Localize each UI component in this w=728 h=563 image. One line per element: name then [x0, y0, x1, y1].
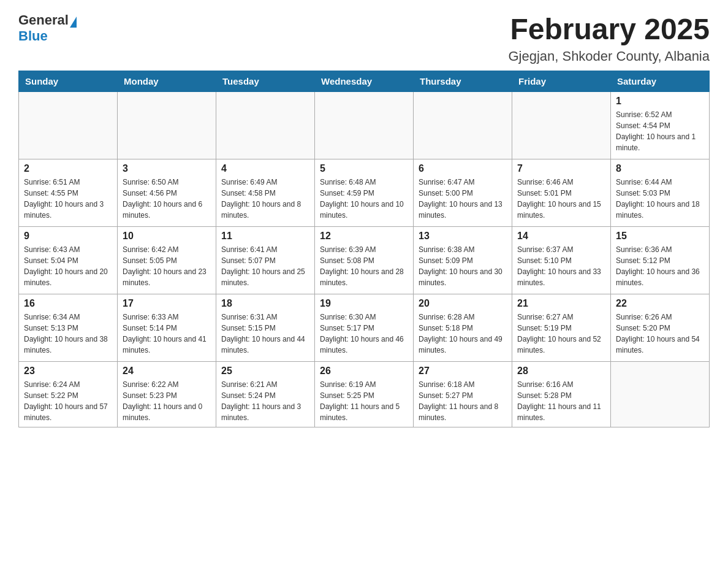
day-number: 8 [616, 163, 704, 174]
day-info: Sunrise: 6:18 AM Sunset: 5:27 PM Dayligh… [419, 379, 507, 423]
calendar-cell: 3Sunrise: 6:50 AM Sunset: 4:56 PM Daylig… [118, 159, 216, 227]
calendar-cell: 4Sunrise: 6:49 AM Sunset: 4:58 PM Daylig… [216, 159, 315, 227]
day-number: 2 [24, 163, 112, 174]
calendar-cell: 21Sunrise: 6:27 AM Sunset: 5:19 PM Dayli… [512, 294, 611, 362]
week-row-4: 16Sunrise: 6:34 AM Sunset: 5:13 PM Dayli… [19, 294, 710, 362]
week-row-5: 23Sunrise: 6:24 AM Sunset: 5:22 PM Dayli… [19, 362, 710, 427]
day-info: Sunrise: 6:22 AM Sunset: 5:23 PM Dayligh… [123, 379, 211, 423]
day-info: Sunrise: 6:19 AM Sunset: 5:25 PM Dayligh… [320, 379, 408, 423]
day-number: 14 [517, 231, 605, 242]
weekday-header-sunday: Sunday [19, 71, 118, 92]
calendar-cell: 18Sunrise: 6:31 AM Sunset: 5:15 PM Dayli… [216, 294, 315, 362]
day-info: Sunrise: 6:21 AM Sunset: 5:24 PM Dayligh… [221, 379, 309, 423]
calendar-cell: 14Sunrise: 6:37 AM Sunset: 5:10 PM Dayli… [512, 227, 611, 294]
calendar-title: February 2025 [508, 12, 710, 46]
day-number: 7 [517, 163, 605, 174]
calendar-cell: 6Sunrise: 6:47 AM Sunset: 5:00 PM Daylig… [414, 159, 512, 227]
day-info: Sunrise: 6:34 AM Sunset: 5:13 PM Dayligh… [24, 312, 112, 356]
day-number: 4 [221, 163, 309, 174]
calendar-cell: 8Sunrise: 6:44 AM Sunset: 5:03 PM Daylig… [611, 159, 710, 227]
day-number: 16 [24, 298, 112, 309]
calendar-cell: 10Sunrise: 6:42 AM Sunset: 5:05 PM Dayli… [118, 227, 216, 294]
day-info: Sunrise: 6:44 AM Sunset: 5:03 PM Dayligh… [616, 177, 704, 221]
calendar-table: SundayMondayTuesdayWednesdayThursdayFrid… [18, 71, 710, 427]
day-info: Sunrise: 6:36 AM Sunset: 5:12 PM Dayligh… [616, 244, 704, 288]
calendar-cell: 25Sunrise: 6:21 AM Sunset: 5:24 PM Dayli… [216, 362, 315, 427]
day-number: 25 [221, 366, 309, 377]
weekday-header-tuesday: Tuesday [216, 71, 315, 92]
weekday-header-row: SundayMondayTuesdayWednesdayThursdayFrid… [19, 71, 710, 92]
calendar-cell: 9Sunrise: 6:43 AM Sunset: 5:04 PM Daylig… [19, 227, 118, 294]
calendar-cell [19, 92, 118, 159]
calendar-cell [216, 92, 315, 159]
logo-triangle-icon [70, 17, 77, 28]
calendar-cell: 17Sunrise: 6:33 AM Sunset: 5:14 PM Dayli… [118, 294, 216, 362]
day-info: Sunrise: 6:46 AM Sunset: 5:01 PM Dayligh… [517, 177, 605, 221]
weekday-header-thursday: Thursday [414, 71, 512, 92]
weekday-header-saturday: Saturday [611, 71, 710, 92]
day-info: Sunrise: 6:27 AM Sunset: 5:19 PM Dayligh… [517, 312, 605, 356]
calendar-cell [315, 92, 414, 159]
logo: General Blue [18, 12, 77, 44]
calendar-cell: 1Sunrise: 6:52 AM Sunset: 4:54 PM Daylig… [611, 92, 710, 159]
calendar-cell: 27Sunrise: 6:18 AM Sunset: 5:27 PM Dayli… [414, 362, 512, 427]
day-info: Sunrise: 6:37 AM Sunset: 5:10 PM Dayligh… [517, 244, 605, 288]
day-number: 24 [123, 366, 211, 377]
calendar-cell [611, 362, 710, 427]
calendar-cell: 12Sunrise: 6:39 AM Sunset: 5:08 PM Dayli… [315, 227, 414, 294]
day-info: Sunrise: 6:43 AM Sunset: 5:04 PM Dayligh… [24, 244, 112, 288]
weekday-header-friday: Friday [512, 71, 611, 92]
day-info: Sunrise: 6:42 AM Sunset: 5:05 PM Dayligh… [123, 244, 211, 288]
calendar-cell: 28Sunrise: 6:16 AM Sunset: 5:28 PM Dayli… [512, 362, 611, 427]
day-number: 10 [123, 231, 211, 242]
calendar-cell: 20Sunrise: 6:28 AM Sunset: 5:18 PM Dayli… [414, 294, 512, 362]
weekday-header-wednesday: Wednesday [315, 71, 414, 92]
day-number: 27 [419, 366, 507, 377]
day-info: Sunrise: 6:50 AM Sunset: 4:56 PM Dayligh… [123, 177, 211, 221]
title-area: February 2025 Gjegjan, Shkoder County, A… [508, 12, 710, 64]
day-number: 5 [320, 163, 408, 174]
day-number: 3 [123, 163, 211, 174]
calendar-cell: 23Sunrise: 6:24 AM Sunset: 5:22 PM Dayli… [19, 362, 118, 427]
calendar-cell: 13Sunrise: 6:38 AM Sunset: 5:09 PM Dayli… [414, 227, 512, 294]
day-number: 19 [320, 298, 408, 309]
day-number: 1 [616, 96, 704, 107]
day-info: Sunrise: 6:28 AM Sunset: 5:18 PM Dayligh… [419, 312, 507, 356]
calendar-subtitle: Gjegjan, Shkoder County, Albania [508, 48, 710, 64]
week-row-2: 2Sunrise: 6:51 AM Sunset: 4:55 PM Daylig… [19, 159, 710, 227]
calendar-cell: 19Sunrise: 6:30 AM Sunset: 5:17 PM Dayli… [315, 294, 414, 362]
day-number: 9 [24, 231, 112, 242]
week-row-3: 9Sunrise: 6:43 AM Sunset: 5:04 PM Daylig… [19, 227, 710, 294]
calendar-cell: 24Sunrise: 6:22 AM Sunset: 5:23 PM Dayli… [118, 362, 216, 427]
day-info: Sunrise: 6:39 AM Sunset: 5:08 PM Dayligh… [320, 244, 408, 288]
day-number: 11 [221, 231, 309, 242]
day-info: Sunrise: 6:33 AM Sunset: 5:14 PM Dayligh… [123, 312, 211, 356]
calendar-cell: 26Sunrise: 6:19 AM Sunset: 5:25 PM Dayli… [315, 362, 414, 427]
day-number: 12 [320, 231, 408, 242]
calendar-cell: 22Sunrise: 6:26 AM Sunset: 5:20 PM Dayli… [611, 294, 710, 362]
day-info: Sunrise: 6:16 AM Sunset: 5:28 PM Dayligh… [517, 379, 605, 423]
page-header: General Blue February 2025 Gjegjan, Shko… [18, 12, 710, 64]
day-number: 6 [419, 163, 507, 174]
week-row-1: 1Sunrise: 6:52 AM Sunset: 4:54 PM Daylig… [19, 92, 710, 159]
day-info: Sunrise: 6:31 AM Sunset: 5:15 PM Dayligh… [221, 312, 309, 356]
logo-text-general: General [18, 12, 69, 28]
calendar-cell [118, 92, 216, 159]
calendar-cell [414, 92, 512, 159]
calendar-cell: 11Sunrise: 6:41 AM Sunset: 5:07 PM Dayli… [216, 227, 315, 294]
calendar-cell: 2Sunrise: 6:51 AM Sunset: 4:55 PM Daylig… [19, 159, 118, 227]
day-info: Sunrise: 6:30 AM Sunset: 5:17 PM Dayligh… [320, 312, 408, 356]
day-info: Sunrise: 6:38 AM Sunset: 5:09 PM Dayligh… [419, 244, 507, 288]
logo-text-blue: Blue [18, 28, 48, 44]
calendar-cell: 16Sunrise: 6:34 AM Sunset: 5:13 PM Dayli… [19, 294, 118, 362]
day-info: Sunrise: 6:47 AM Sunset: 5:00 PM Dayligh… [419, 177, 507, 221]
day-number: 26 [320, 366, 408, 377]
calendar-cell: 5Sunrise: 6:48 AM Sunset: 4:59 PM Daylig… [315, 159, 414, 227]
calendar-cell: 15Sunrise: 6:36 AM Sunset: 5:12 PM Dayli… [611, 227, 710, 294]
day-info: Sunrise: 6:26 AM Sunset: 5:20 PM Dayligh… [616, 312, 704, 356]
day-info: Sunrise: 6:48 AM Sunset: 4:59 PM Dayligh… [320, 177, 408, 221]
calendar-cell [512, 92, 611, 159]
day-info: Sunrise: 6:49 AM Sunset: 4:58 PM Dayligh… [221, 177, 309, 221]
day-info: Sunrise: 6:51 AM Sunset: 4:55 PM Dayligh… [24, 177, 112, 221]
day-number: 28 [517, 366, 605, 377]
